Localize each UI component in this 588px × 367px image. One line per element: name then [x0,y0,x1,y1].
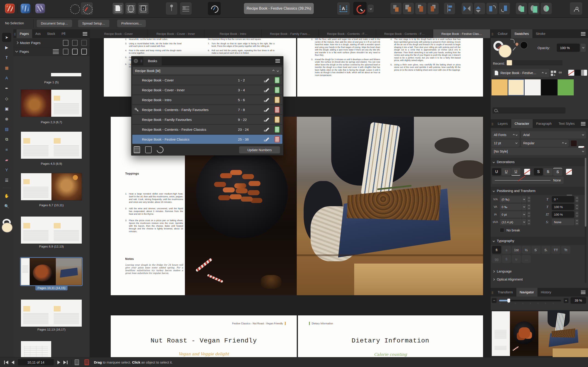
typography-button-5[interactable]: S. [541,246,551,254]
font-name-select[interactable]: Arial [521,131,586,139]
palette-swatch[interactable] [541,79,557,95]
double-underline-button[interactable]: U [511,168,520,176]
decorations-section[interactable]: Decorations [491,158,587,166]
swatches-menu-icon[interactable] [581,29,588,38]
pos-left-input[interactable]: 0 pt [500,211,522,218]
notes-icon[interactable] [180,2,191,15]
font-size-select[interactable]: 12 pt [492,140,519,147]
page-thumbnail[interactable] [21,132,82,159]
tab-navigator[interactable]: Navigator [516,288,537,297]
strikethrough-button[interactable]: S [544,168,553,175]
link-swatch-icon[interactable]: ∞ [559,70,565,76]
preflight-tool-icon[interactable]: ☰ [2,176,11,185]
style-picker-tool-icon[interactable]: Y [2,166,11,175]
edit-pen-icon[interactable] [263,137,270,142]
typography-button-6[interactable]: TT [551,246,561,254]
palette-swatch[interactable] [492,79,508,95]
persona-gear-button[interactable] [81,2,93,15]
preflight-warning-icon[interactable] [85,359,89,365]
page-thumbnail[interactable] [21,258,82,285]
zoom-in-button[interactable]: + [564,298,569,303]
page-thumbnail[interactable] [21,341,51,357]
add-master-icon[interactable] [63,40,69,46]
master-pages-header[interactable]: Master Pages [13,39,90,47]
books-menu-icon[interactable] [275,59,280,63]
pos-left-stepper[interactable] [527,211,531,218]
book-selector[interactable]: Recipe Book [M] [133,67,282,75]
eyedropper-icon[interactable] [515,42,519,46]
panel-scrollbar[interactable] [585,158,586,283]
edit-pen-icon[interactable] [263,107,270,112]
pos-left-input[interactable]: 0 ‰ [500,204,522,210]
view-hand-tool-icon[interactable]: ✋ [2,192,11,201]
artistic-text-tool-icon[interactable]: A [2,74,11,83]
edit-pen-icon[interactable] [263,127,270,132]
pos-right-stepper[interactable] [575,196,579,202]
swatch-gray[interactable] [581,70,584,76]
tab-character[interactable]: Character [511,119,533,128]
typography-button-1[interactable]: a [502,246,511,254]
table-tool-icon[interactable]: ▦ [2,64,11,73]
pos-left-input[interactable]: (12.4 pt) [500,219,522,225]
pos-left-dropdown[interactable] [522,219,526,225]
tab-stock[interactable]: Stock [44,29,58,38]
pos-right-input[interactable]: 100 % [552,211,574,218]
zoom-slider[interactable] [499,300,561,301]
pos-left-dropdown[interactable] [522,196,526,202]
boolean-divide-icon[interactable] [541,3,552,14]
preflight-ok-icon[interactable] [75,359,79,365]
pos-left-input[interactable]: (0 ‰) [500,196,522,202]
tool-colour-wells[interactable] [1,217,12,238]
snapping-icon[interactable] [353,2,367,15]
no-break-checkbox[interactable]: No break [500,228,520,232]
pos-right-input[interactable]: 0 ° [552,196,574,202]
page-indicator[interactable]: 10,11 of 14 [18,359,54,365]
pos-left-dropdown[interactable] [522,204,526,210]
strike-colour-none[interactable] [566,169,572,175]
previous-page-button[interactable] [11,361,14,364]
edit-pen-icon[interactable] [263,117,270,122]
publisher-app-icon[interactable] [5,4,15,13]
delete-master-icon[interactable] [81,40,87,46]
panel-drag-handle[interactable]: || [491,29,494,38]
character-menu-icon[interactable] [581,119,588,128]
bookmark-page-icon[interactable] [53,49,59,54]
flip-horizontal-icon[interactable] [462,3,473,14]
gauge-icon[interactable] [208,2,221,15]
rotate-ccw-icon[interactable] [486,3,498,14]
swatch-none[interactable] [568,70,574,76]
language-section[interactable]: Language [491,268,587,275]
underline-colour-none[interactable] [524,169,530,175]
tab-stroke[interactable]: Stroke [532,29,549,38]
document-setup-button[interactable]: Document Setup… [37,20,72,27]
pos-right-stepper[interactable] [575,204,579,210]
preferences-button[interactable]: Preferences… [117,20,146,27]
add-page-icon[interactable] [63,49,69,55]
add-chapter-icon[interactable] [134,146,140,153]
book-chapter-row[interactable]: Recipe Book - Intro5 - 6 [132,95,282,104]
chapter-status-icon status-green[interactable] [275,126,279,133]
typography-alt-button-1[interactable]: fi [502,255,511,263]
crop-tool-icon[interactable]: ⌗ [2,145,11,154]
shape-tool-icon[interactable]: ◇ [2,94,11,103]
underline-button[interactable]: U [502,168,511,175]
font-collection-select[interactable]: All Fonts [492,131,519,139]
edit-pen-icon[interactable] [263,88,270,92]
tab-swatches[interactable]: Swatches [511,29,532,38]
node-tool-icon[interactable]: ▶ [2,43,11,52]
update-numbers-button[interactable]: Update Numbers [239,146,280,153]
alignment-icon[interactable] [444,3,455,14]
nut-roast-photo[interactable] [297,117,483,295]
book-chapter-row[interactable]: Recipe Book - Contents - Festive Classic… [132,125,282,134]
navigator-preview[interactable] [491,310,588,357]
swap-colours-icon[interactable] [510,39,515,43]
book-chapter-row[interactable]: Recipe Book - Festive Classics25 - 38 [132,135,282,144]
frame-text-tool-icon[interactable]: T [2,53,11,62]
panel-drag-handle[interactable]: || [13,29,17,38]
tab-layers[interactable]: Layers [494,119,511,128]
move-tool-icon[interactable]: ➤ [2,33,11,42]
page-thumbnail[interactable] [21,173,82,200]
palette-selector[interactable]: Recipe Book - Festive… [493,69,549,77]
page-thumbnail-label[interactable]: Pages 6,7 (10,11) [13,203,90,207]
fill-colour-well[interactable] [498,44,512,58]
